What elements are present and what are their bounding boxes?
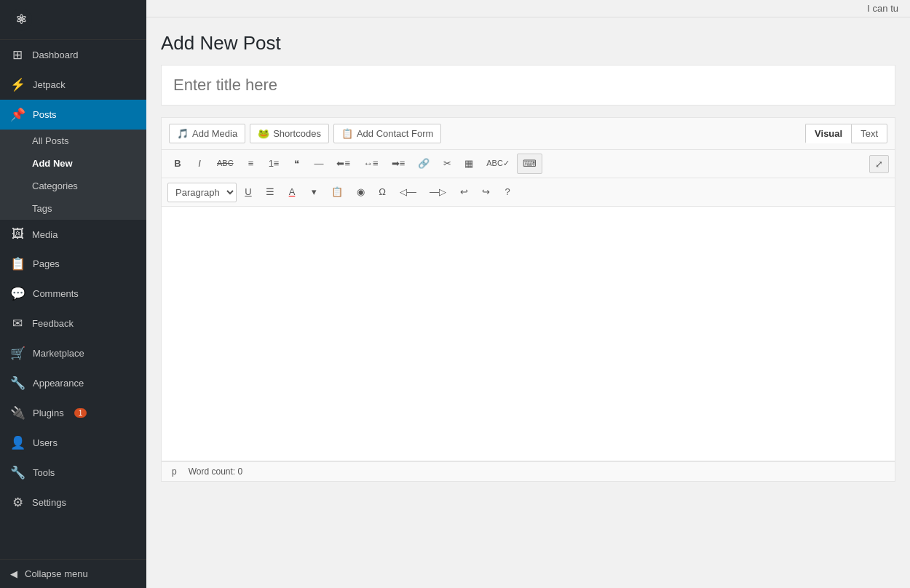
add-contact-form-label: Add Contact Form <box>357 128 434 139</box>
sidebar-item-settings[interactable]: ⚙ Settings <box>0 488 146 517</box>
sidebar-item-dashboard[interactable]: ⊞ Dashboard <box>0 40 146 70</box>
clear-format-button[interactable]: ◉ <box>350 182 371 202</box>
tools-icon: 🔧 <box>10 465 25 480</box>
sidebar-item-label: Users <box>33 437 58 448</box>
wordpress-icon: ⚛ <box>10 9 32 31</box>
sidebar-item-media[interactable]: 🖼 Media <box>0 220 146 249</box>
editor-body[interactable] <box>162 207 895 461</box>
shortcodes-icon: 🐸 <box>258 128 269 139</box>
submenu-tags[interactable]: Tags <box>0 197 146 220</box>
collapse-menu[interactable]: ◀ Collapse menu <box>0 559 146 588</box>
sidebar: ⚛ ⊞ Dashboard ⚡ Jetpack 📌 Posts All Post… <box>0 0 146 588</box>
add-media-label: Add Media <box>192 128 237 139</box>
sidebar-item-feedback[interactable]: ✉ Feedback <box>0 309 146 338</box>
appearance-icon: 🔧 <box>10 376 25 391</box>
collapse-icon: ◀ <box>10 568 17 579</box>
shortcodes-label: Shortcodes <box>273 128 321 139</box>
italic-button[interactable]: I <box>189 154 210 174</box>
sidebar-item-label: Dashboard <box>32 49 79 60</box>
spellcheck-button[interactable]: ABC✓ <box>480 154 515 172</box>
sidebar-item-users[interactable]: 👤 Users <box>0 428 146 458</box>
posts-icon: 📌 <box>10 107 25 122</box>
insert-link-button[interactable]: 🔗 <box>412 154 435 174</box>
jetpack-icon: ⚡ <box>10 77 25 92</box>
add-media-icon: 🎵 <box>177 128 189 139</box>
feedback-icon: ✉ <box>10 316 25 331</box>
color-picker-button[interactable]: ▾ <box>304 182 324 202</box>
users-icon: 👤 <box>10 435 25 450</box>
help-button[interactable]: ? <box>497 182 518 202</box>
tab-text[interactable]: Text <box>851 124 887 143</box>
paragraph-select[interactable]: Paragraph <box>167 183 237 202</box>
blockquote-button[interactable]: ❝ <box>286 154 306 174</box>
format-toolbar-row2: Paragraph U ☰ A ▾ 📋 ◉ Ω ◁— —▷ ↩ ↪ ? <box>162 178 895 207</box>
sidebar-item-posts[interactable]: 📌 Posts <box>0 100 146 130</box>
insert-more-button[interactable]: ▦ <box>459 154 479 174</box>
add-contact-form-button[interactable]: 📋 Add Contact Form <box>333 124 442 143</box>
unordered-list-button[interactable]: ≡ <box>241 154 261 174</box>
main-content: I can tu Add New Post 🎵 Add Media 🐸 Shor… <box>146 0 910 588</box>
sidebar-item-label: Tools <box>33 467 55 478</box>
content-area: Add New Post 🎵 Add Media 🐸 Shortcodes 📋 … <box>146 17 910 588</box>
topbar: I can tu <box>146 0 910 17</box>
sidebar-item-label: Comments <box>33 288 79 299</box>
add-media-button[interactable]: 🎵 Add Media <box>169 124 245 143</box>
sidebar-item-label: Media <box>32 229 58 240</box>
outdent-button[interactable]: ◁— <box>394 182 422 202</box>
undo-button[interactable]: ↩ <box>454 182 474 202</box>
editor-wrap: 🎵 Add Media 🐸 Shortcodes 📋 Add Contact F… <box>161 117 895 482</box>
sidebar-item-label: Appearance <box>33 378 84 389</box>
font-color-button[interactable]: A <box>282 182 302 202</box>
special-chars-button[interactable]: Ω <box>372 182 392 202</box>
sidebar-item-appearance[interactable]: 🔧 Appearance <box>0 368 146 398</box>
editor-buttons-row: 🎵 Add Media 🐸 Shortcodes 📋 Add Contact F… <box>162 118 895 150</box>
sidebar-item-pages[interactable]: 📋 Pages <box>0 249 146 279</box>
tab-visual[interactable]: Visual <box>805 124 851 143</box>
justify-button[interactable]: ☰ <box>260 182 280 202</box>
sidebar-item-marketplace[interactable]: 🛒 Marketplace <box>0 338 146 368</box>
collapse-label: Collapse menu <box>25 568 88 579</box>
align-right-button[interactable]: ➡≡ <box>386 154 411 174</box>
sidebar-item-label: Posts <box>33 109 57 120</box>
comments-icon: 💬 <box>10 286 25 301</box>
paste-text-button[interactable]: 📋 <box>325 182 349 202</box>
submenu-categories[interactable]: Categories <box>0 175 146 197</box>
horizontal-rule-button[interactable]: — <box>308 154 329 174</box>
submenu-all-posts[interactable]: All Posts <box>0 130 146 152</box>
page-title: Add New Post <box>161 32 895 55</box>
posts-submenu: All Posts Add New Categories Tags <box>0 130 146 220</box>
sidebar-logo: ⚛ <box>0 0 146 40</box>
align-left-button[interactable]: ⬅≡ <box>331 154 356 174</box>
editor-status: p Word count: 0 <box>162 461 895 481</box>
word-count-text: Word count: 0 <box>189 466 243 477</box>
plugins-icon: 🔌 <box>10 405 25 421</box>
submenu-add-new[interactable]: Add New <box>0 152 146 175</box>
sidebar-item-plugins[interactable]: 🔌 Plugins 1 <box>0 398 146 428</box>
remove-link-button[interactable]: ✂ <box>437 154 457 174</box>
underline-button[interactable]: U <box>238 182 258 202</box>
shortcodes-button[interactable]: 🐸 Shortcodes <box>250 124 329 143</box>
visual-text-tabs: Visual Text <box>805 124 887 143</box>
status-tag: p <box>172 466 177 477</box>
redo-button[interactable]: ↪ <box>475 182 496 202</box>
ordered-list-button[interactable]: 1≡ <box>263 154 285 174</box>
keyboard-shortcuts-button[interactable]: ⌨ <box>517 154 542 174</box>
plugins-badge: 1 <box>74 408 87 418</box>
sidebar-item-tools[interactable]: 🔧 Tools <box>0 458 146 488</box>
dashboard-icon: ⊞ <box>10 47 25 63</box>
sidebar-item-jetpack[interactable]: ⚡ Jetpack <box>0 70 146 100</box>
media-icon: 🖼 <box>10 227 25 242</box>
contact-form-icon: 📋 <box>341 128 353 139</box>
sidebar-item-comments[interactable]: 💬 Comments <box>0 279 146 309</box>
pages-icon: 📋 <box>10 256 25 271</box>
settings-icon: ⚙ <box>10 495 25 510</box>
expand-editor-button[interactable]: ⤢ <box>869 155 889 173</box>
strikethrough-button[interactable]: ABC <box>211 154 240 172</box>
format-toolbar-row1: B I ABC ≡ 1≡ ❝ — ⬅≡ ↔≡ ➡≡ 🔗 ✂ ▦ ABC✓ ⌨ ⤢ <box>162 150 895 178</box>
post-title-input[interactable] <box>161 65 895 106</box>
bold-button[interactable]: B <box>167 154 188 174</box>
sidebar-item-label: Pages <box>33 258 60 269</box>
sidebar-item-label: Plugins <box>33 408 64 418</box>
align-center-button[interactable]: ↔≡ <box>357 154 384 174</box>
indent-button[interactable]: —▷ <box>424 182 452 202</box>
